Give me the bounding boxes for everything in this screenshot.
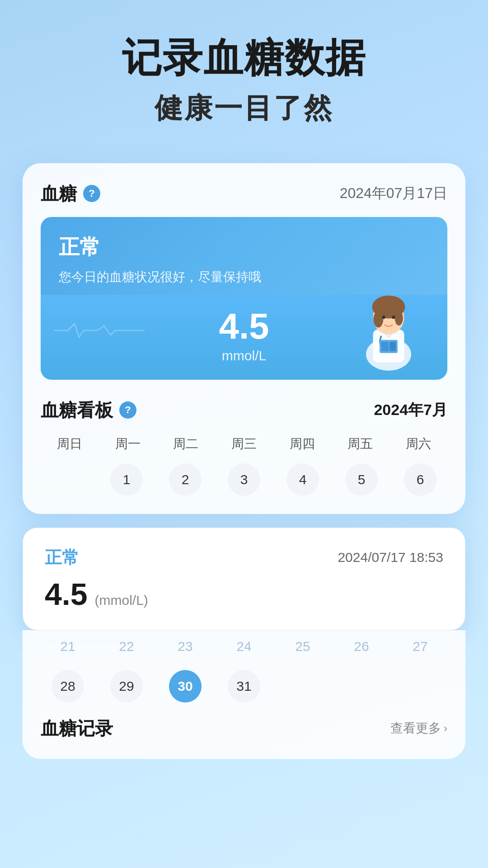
weekday-sat: 周六: [389, 432, 447, 456]
kanban-title: 血糖看板: [41, 398, 113, 423]
cal-day-4[interactable]: 4: [286, 463, 319, 496]
weekday-sun: 周日: [41, 432, 99, 456]
cal-empty-3: [404, 670, 436, 703]
svg-rect-11: [389, 341, 396, 351]
popup-value-row: 4.5 (mmol/L): [45, 576, 443, 612]
svg-rect-10: [381, 341, 389, 351]
view-more-text: 查看更多: [390, 720, 441, 737]
popup-datetime: 2024/07/17 18:53: [338, 550, 443, 565]
cal-day-1[interactable]: 1: [110, 463, 143, 496]
calendar-row1: 1 2 3 4 5 6: [41, 463, 447, 496]
cal-day-23[interactable]: 23: [169, 630, 202, 663]
records-title: 血糖记录: [41, 716, 113, 741]
cal-empty-2: [345, 670, 378, 703]
main-card: 血糖 ? 2024年07月17日 正常 您今日的血糖状况很好，尽量保持哦: [23, 163, 465, 514]
cal-empty-1: [286, 670, 319, 703]
weekday-mon: 周一: [99, 432, 157, 456]
svg-point-7: [392, 316, 395, 319]
weekday-thu: 周四: [273, 432, 331, 456]
kanban-title-group: 血糖看板 ?: [41, 398, 136, 423]
status-label: 正常: [59, 233, 429, 261]
hero-title: 记录血糖数据: [27, 36, 461, 80]
popup-status: 正常: [45, 546, 79, 569]
cal-day-22[interactable]: 22: [110, 630, 143, 663]
cal-day-27[interactable]: 27: [404, 630, 436, 663]
help-icon[interactable]: ?: [83, 185, 100, 202]
cal-day-21[interactable]: 21: [52, 630, 84, 663]
card-header: 血糖 ? 2024年07月17日: [41, 181, 447, 206]
svg-point-4: [373, 311, 383, 327]
status-banner: 正常 您今日的血糖状况很好，尽量保持哦: [41, 217, 447, 380]
svg-point-6: [382, 316, 385, 319]
kanban-help-icon[interactable]: ?: [119, 401, 136, 419]
card-title: 血糖: [41, 181, 77, 206]
cal-day-24[interactable]: 24: [228, 630, 260, 663]
cal-day-6[interactable]: 6: [404, 463, 436, 496]
cal-day-3[interactable]: 3: [228, 463, 260, 496]
faded-week-row: 21 22 23 24 25 26 27: [41, 630, 447, 663]
doctor-image: [352, 280, 434, 380]
kanban-header: 血糖看板 ? 2024年7月: [41, 398, 447, 423]
heartbeat-line: [54, 319, 145, 344]
cal-day-25[interactable]: 25: [286, 630, 319, 663]
calendar-last-row: 28 29 30 31: [41, 670, 447, 703]
cal-day-5[interactable]: 5: [345, 463, 378, 496]
popup-card: 正常 2024/07/17 18:53 4.5 (mmol/L): [23, 528, 465, 630]
calendar-weekdays: 周日 周一 周二 周三 周四 周五 周六: [41, 432, 447, 456]
popup-unit: (mmol/L): [95, 593, 148, 608]
records-header: 血糖记录 查看更多 ›: [41, 703, 447, 741]
cal-day-28[interactable]: 28: [52, 670, 84, 703]
kanban-month: 2024年7月: [374, 400, 447, 420]
svg-point-5: [395, 311, 403, 326]
weekday-wed: 周三: [215, 432, 273, 456]
cal-day-31[interactable]: 31: [228, 670, 260, 703]
card-date: 2024年07月17日: [340, 184, 447, 203]
weekday-fri: 周五: [331, 432, 389, 456]
second-calendar: 21 22 23 24 25 26 27 28 29 30 31 血糖记录 查看…: [23, 630, 465, 759]
popup-value: 4.5: [45, 576, 88, 612]
weekday-tue: 周二: [157, 432, 215, 456]
cal-day-29[interactable]: 29: [110, 670, 143, 703]
cal-day-26[interactable]: 26: [345, 630, 378, 663]
chevron-right-icon: ›: [444, 722, 447, 735]
cal-day-2[interactable]: 2: [169, 463, 202, 496]
cal-day-30[interactable]: 30: [169, 670, 202, 703]
hero-section: 记录血糖数据 健康一目了然: [0, 0, 488, 145]
view-more-group[interactable]: 查看更多 ›: [390, 720, 447, 737]
cal-day-empty: [52, 463, 84, 496]
card-header-left: 血糖 ?: [41, 181, 100, 206]
hero-subtitle: 健康一目了然: [27, 89, 461, 127]
calendar: 周日 周一 周二 周三 周四 周五 周六 1 2 3 4 5 6: [41, 432, 447, 496]
popup-header: 正常 2024/07/17 18:53: [45, 546, 443, 569]
